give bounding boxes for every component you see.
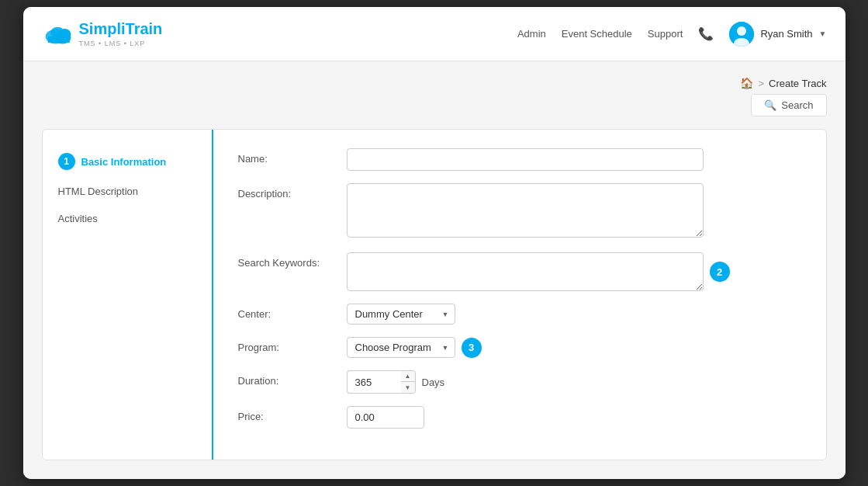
program-select-wrapper: Choose Program <box>347 337 455 358</box>
header: SimpliTrain TMS • LMS • LXP Admin Event … <box>23 7 846 61</box>
spinner-down-button[interactable]: ▼ <box>401 382 415 393</box>
label-search-keywords: Search Keywords: <box>238 252 347 269</box>
user-menu[interactable]: Ryan Smith ▼ <box>729 22 826 47</box>
nav-event-schedule[interactable]: Event Schedule <box>562 28 632 40</box>
sidebar-label-basic-information: Basic Information <box>81 156 167 168</box>
input-price[interactable] <box>347 406 424 429</box>
center-select-wrapper: Dummy Center <box>347 304 455 325</box>
duration-unit-label: Days <box>422 377 445 388</box>
sidebar-label-activities: Activities <box>58 213 98 224</box>
nav-admin[interactable]: Admin <box>517 28 546 40</box>
tooltip-badge-3[interactable]: 3 <box>462 338 482 358</box>
control-duration: ▲ ▼ Days <box>347 370 801 394</box>
duration-input-group: ▲ ▼ <box>347 370 416 394</box>
input-duration[interactable] <box>347 370 401 394</box>
search-keywords-with-tooltip: 2 <box>347 252 801 291</box>
breadcrumb-separator: > <box>758 78 764 89</box>
avatar <box>729 22 754 47</box>
logo-sub: TMS • LMS • LXP <box>79 40 163 47</box>
form-row-center: Center: Dummy Center <box>238 304 801 325</box>
app-window: SimpliTrain TMS • LMS • LXP Admin Event … <box>23 7 846 479</box>
label-price: Price: <box>238 406 347 422</box>
sidebar-item-basic-information[interactable]: 1 Basic Information <box>43 145 212 178</box>
form-row-name: Name: <box>238 148 801 171</box>
main-card: 1 Basic Information HTML Description Act… <box>42 129 827 460</box>
content-area: 🏠 > Create Track 🔍 Search 1 Basic Inform… <box>23 61 846 479</box>
sidebar-item-activities[interactable]: Activities <box>43 205 212 232</box>
select-center[interactable]: Dummy Center <box>347 304 455 325</box>
duration-spinner: ▲ ▼ <box>401 370 416 394</box>
logo: SimpliTrain TMS • LMS • LXP <box>42 20 163 47</box>
input-description[interactable] <box>347 183 704 238</box>
logo-main: Simpli <box>79 20 126 37</box>
logo-cloud-icon <box>42 23 74 45</box>
select-program[interactable]: Choose Program <box>347 337 455 358</box>
search-label: Search <box>781 99 813 111</box>
input-name[interactable] <box>347 148 704 171</box>
phone-icon: 📞 <box>698 26 714 41</box>
step-1-badge: 1 <box>58 153 75 170</box>
control-price <box>347 406 801 429</box>
control-search-keywords: 2 <box>347 252 801 291</box>
spinner-up-button[interactable]: ▲ <box>401 371 415 382</box>
sidebar: 1 Basic Information HTML Description Act… <box>43 130 213 460</box>
search-button[interactable]: 🔍 Search <box>751 94 826 116</box>
svg-point-6 <box>737 26 746 36</box>
program-with-tooltip: Choose Program 3 <box>347 337 801 358</box>
label-duration: Duration: <box>238 370 347 387</box>
form-row-duration: Duration: ▲ ▼ Days <box>238 370 801 394</box>
header-nav: Admin Event Schedule Support 📞 Ryan Smit… <box>517 22 827 47</box>
duration-row: ▲ ▼ Days <box>347 370 801 394</box>
logo-title: SimpliTrain <box>79 20 163 38</box>
form-row-program: Program: Choose Program 3 <box>238 337 801 358</box>
control-center: Dummy Center <box>347 304 801 325</box>
tooltip-badge-2[interactable]: 2 <box>710 262 730 282</box>
form-row-search-keywords: Search Keywords: 2 <box>238 252 801 291</box>
svg-rect-4 <box>47 36 69 43</box>
control-program: Choose Program 3 <box>347 337 801 358</box>
label-description: Description: <box>238 183 347 200</box>
control-description <box>347 183 801 240</box>
breadcrumb-current: Create Track <box>769 78 826 89</box>
label-center: Center: <box>238 304 347 320</box>
sidebar-item-html-description[interactable]: HTML Description <box>43 178 212 205</box>
form-row-price: Price: <box>238 406 801 429</box>
home-icon[interactable]: 🏠 <box>740 77 753 89</box>
breadcrumb: 🏠 > Create Track <box>42 69 827 94</box>
search-icon: 🔍 <box>764 99 776 111</box>
user-name: Ryan Smith <box>760 28 812 40</box>
control-name <box>347 148 801 171</box>
chevron-down-icon: ▼ <box>819 30 827 38</box>
logo-accent: Train <box>126 20 163 37</box>
form-row-description: Description: <box>238 183 801 240</box>
search-row: 🔍 Search <box>42 94 827 116</box>
logo-text-area: SimpliTrain TMS • LMS • LXP <box>79 20 163 47</box>
label-program: Program: <box>238 337 347 353</box>
nav-support[interactable]: Support <box>648 28 683 40</box>
input-search-keywords[interactable] <box>347 252 704 291</box>
form-area: Name: Description: Search Keywords: <box>213 130 826 460</box>
sidebar-label-html-description: HTML Description <box>58 186 139 197</box>
label-name: Name: <box>238 148 347 165</box>
